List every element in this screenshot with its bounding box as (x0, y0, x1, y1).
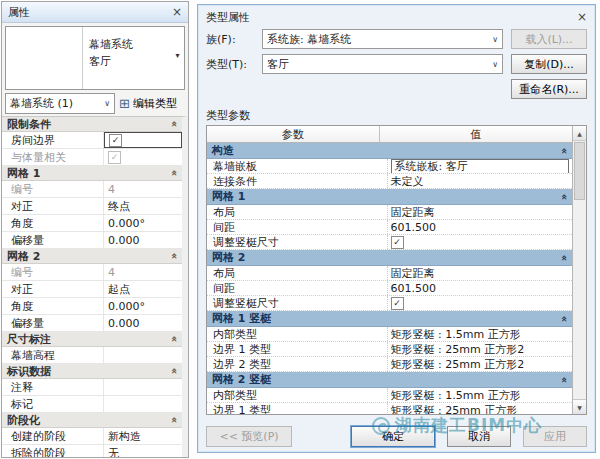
collapse-icon[interactable]: « (559, 376, 569, 382)
dialog-button-bar: << 预览(P) 确定 取消 应用 (206, 415, 587, 447)
property-value[interactable]: 0.000° (104, 215, 182, 231)
parameter-row: 幕墙嵌板系统嵌板: 客厅 (207, 159, 572, 174)
checkbox-checked[interactable]: ✓ (391, 297, 404, 310)
parameter-value[interactable]: 矩形竖梃 : 1.5mm 正方形 (388, 327, 572, 341)
dialog-close-icon[interactable]: × (577, 11, 587, 23)
property-value[interactable]: 0.000 (104, 315, 182, 331)
parameter-label: 布局 (207, 205, 388, 219)
parameter-group-header[interactable]: 网格 1« (207, 189, 572, 205)
parameter-group-label: 网格 1 竖梃 (212, 311, 271, 326)
collapse-icon[interactable]: « (169, 336, 179, 342)
scrollbar-track[interactable] (573, 141, 586, 399)
property-value[interactable]: 起点 (104, 281, 182, 297)
collapse-icon[interactable]: « (169, 417, 179, 423)
parameter-group-header[interactable]: 构造« (207, 143, 572, 159)
type-selector-dropdown-icon[interactable]: ▾ (171, 27, 184, 89)
property-value[interactable]: 新构造 (104, 428, 182, 444)
parameter-value[interactable]: ✓ (388, 235, 572, 249)
parameter-value[interactable]: 固定距离 (388, 205, 572, 219)
family-combo[interactable]: 系统族: 幕墙系统 ∨ (262, 29, 503, 49)
load-button[interactable]: 载入(L)... (511, 29, 587, 49)
property-value[interactable]: 终点 (104, 198, 182, 214)
parameter-value[interactable]: 系统嵌板: 客厅 (388, 159, 572, 173)
dropdown-icon: ∨ (104, 99, 110, 108)
parameter-row: 内部类型矩形竖梃 : 1.5mm 正方形 (207, 327, 572, 342)
parameter-group-header[interactable]: 网格 2 竖梃« (207, 372, 572, 388)
value-column-header[interactable]: 值 (380, 126, 572, 142)
parameter-value[interactable]: 矩形竖梃 : 25mm 正方形 (388, 403, 572, 414)
parameter-row: 边界 1 类型矩形竖梃 : 25mm 正方形2 (207, 342, 572, 357)
close-icon[interactable]: × (172, 6, 182, 18)
parameter-value[interactable]: 固定距离 (388, 266, 572, 280)
ok-button[interactable]: 确定 (351, 426, 435, 447)
property-value[interactable] (104, 347, 182, 363)
property-row: 拆除的阶段无 (2, 445, 182, 457)
collapse-icon[interactable]: « (559, 193, 569, 199)
duplicate-button[interactable]: 复制(D)... (511, 54, 587, 74)
property-value[interactable]: ✓ (104, 149, 182, 165)
checkbox-checked[interactable]: ✓ (391, 236, 404, 249)
property-row: 角度0.000° (2, 298, 182, 315)
dropdown-icon: ∨ (492, 60, 498, 69)
parameter-value-editor[interactable]: 系统嵌板: 客厅 (391, 159, 569, 173)
scroll-down-icon[interactable]: ▼ (573, 399, 586, 414)
parameter-value[interactable]: 601.500 (388, 281, 572, 295)
property-value[interactable]: 无 (104, 445, 182, 457)
property-label: 与体量相关 (2, 149, 104, 165)
vertical-scrollbar[interactable]: ▲ ▼ (572, 126, 586, 414)
scroll-up-icon[interactable]: ▲ (573, 126, 586, 141)
property-value[interactable] (104, 379, 182, 395)
collapse-icon[interactable]: « (169, 368, 179, 374)
section-header[interactable]: 标识数据« (2, 364, 182, 379)
collapse-icon[interactable]: « (169, 121, 179, 127)
parameter-value[interactable]: 601.500 (388, 220, 572, 234)
section-header[interactable]: 网格 2« (2, 249, 182, 264)
property-value[interactable]: ✓ (104, 132, 182, 148)
parameter-group-header[interactable]: 网格 2« (207, 250, 572, 266)
selection-filter-combo[interactable]: 幕墙系统 (1) ∨ (5, 93, 115, 114)
collapse-icon[interactable]: « (169, 170, 179, 176)
section-header[interactable]: 限制条件« (2, 117, 182, 132)
preview-button[interactable]: << 预览(P) (206, 426, 292, 447)
checkbox-checked[interactable]: ✓ (108, 151, 121, 164)
apply-button[interactable]: 应用 (523, 426, 587, 447)
cancel-button[interactable]: 取消 (447, 426, 511, 447)
section-header[interactable]: 阶段化« (2, 413, 182, 428)
collapse-icon[interactable]: « (169, 253, 179, 259)
parameter-value[interactable]: 矩形竖梃 : 25mm 正方形2 (388, 357, 572, 371)
property-row: 偏移量0.000 (2, 232, 182, 249)
type-row: 类型(T): 客厅 ∨ 复制(D)... (206, 54, 587, 74)
property-value[interactable]: 4 (104, 264, 182, 280)
property-value[interactable]: 0.000 (104, 232, 182, 248)
collapse-icon[interactable]: « (559, 147, 569, 153)
checkbox-checked[interactable]: ✓ (109, 134, 122, 147)
parameter-column-header[interactable]: 参数 (207, 126, 380, 142)
property-value[interactable] (104, 396, 182, 412)
edit-type-button[interactable]: ⊞ 编辑类型 (119, 93, 185, 114)
collapse-icon[interactable]: « (559, 254, 569, 260)
property-value[interactable]: 4 (104, 181, 182, 197)
parameter-value[interactable]: 未定义 (388, 174, 572, 188)
property-value[interactable]: 0.000° (104, 298, 182, 314)
section-header[interactable]: 网格 1« (2, 166, 182, 181)
section-header-label: 限制条件 (7, 117, 51, 132)
scrollbar-thumb[interactable] (574, 142, 585, 200)
rename-button[interactable]: 重命名(R)... (511, 79, 587, 99)
parameter-group-header[interactable]: 网格 1 竖梃« (207, 311, 572, 327)
type-combo[interactable]: 客厅 ∨ (262, 54, 503, 74)
parameter-value[interactable]: 矩形竖梃 : 25mm 正方形2 (388, 342, 572, 356)
collapse-icon[interactable]: « (559, 315, 569, 321)
section-header[interactable]: 尺寸标注« (2, 332, 182, 347)
table-rows: 构造«幕墙嵌板系统嵌板: 客厅连接条件未定义网格 1«布局固定距离间距601.5… (207, 143, 572, 414)
parameter-row: 间距601.500 (207, 220, 572, 235)
parameter-label: 调整竖梃尺寸 (207, 235, 388, 249)
parameter-value[interactable]: ✓ (388, 296, 572, 310)
edit-type-icon: ⊞ (119, 97, 130, 110)
property-label: 房间边界 (2, 132, 104, 148)
parameter-row: 间距601.500 (207, 281, 572, 296)
property-row: 注释 (2, 379, 182, 396)
type-selector[interactable]: 幕墙系统 客厅 ▾ (5, 26, 185, 90)
parameter-row: 连接条件未定义 (207, 174, 572, 189)
parameter-value[interactable]: 矩形竖梃 : 1.5mm 正方形 (388, 388, 572, 402)
property-label: 对正 (2, 198, 104, 214)
